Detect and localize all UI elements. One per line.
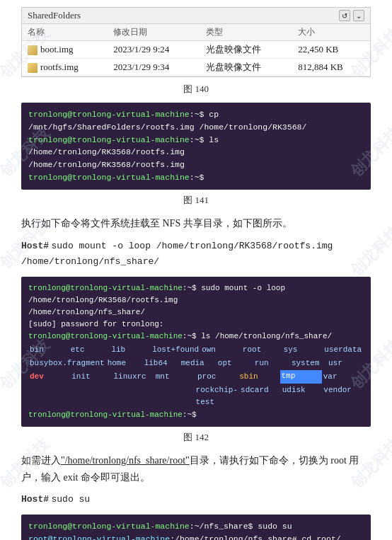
term-142-ls-row3: dev init linuxrc mnt proc sbin tmp var (28, 370, 364, 384)
host-cmd-2-text: sudo su (52, 494, 91, 505)
fm-file-type: 光盘映像文件 (200, 41, 292, 59)
col-size: 大小 (292, 24, 370, 41)
fig-141-label: 图 141 (21, 194, 371, 207)
fm-file-size: 22,450 KB (292, 41, 370, 59)
term-142-ls-row2: busybox.fragment home lib64 media opt ru… (28, 357, 364, 370)
fm-file-name: rootfs.img (22, 59, 108, 76)
col-date: 修改日期 (108, 24, 200, 41)
fm-titlebar: SharedFolders ↺ ⌄ (22, 8, 370, 24)
file-icon (28, 63, 38, 73)
term-142-line2: [sudo] password for tronlong: (28, 318, 364, 331)
host-cmd-1-text: sudo mount -o loop /home/tronlong/RK3568… (21, 241, 333, 268)
term-142-line3: tronlong@tronlong-virtual-machine:~$ ls … (28, 331, 364, 343)
fm-close-btn[interactable]: ⌄ (353, 10, 364, 21)
table-row[interactable]: boot.img2023/1/29 9:24光盘映像文件22,450 KB (22, 41, 370, 59)
fm-file-size: 812,884 KB (292, 59, 370, 76)
para-2: 如需进入"/home/tronlong/nfs_share/root"目录，请执… (21, 452, 371, 486)
col-name: 名称 (22, 24, 108, 41)
para-1: 执行如下命令将文件系统挂载至 NFS 共享目录，如下图所示。 (21, 215, 371, 232)
para-1-text: 执行如下命令将文件系统挂载至 NFS 共享目录，如下图所示。 (21, 218, 292, 229)
para-2-path: "/home/tronlong/nfs_share/root" (61, 455, 190, 466)
fm-refresh-btn[interactable]: ↺ (339, 10, 350, 21)
table-row[interactable]: rootfs.img2023/1/29 9:34光盘映像文件812,884 KB (22, 59, 370, 76)
file-manager-window: SharedFolders ↺ ⌄ 名称 修改日期 类型 大小 boot.img… (21, 7, 371, 77)
tmp-highlighted: tmp (280, 370, 322, 384)
fig-140-label: 图 140 (21, 83, 371, 96)
host-label-1: Host# (21, 241, 49, 251)
col-type: 类型 (200, 24, 292, 41)
fm-controls: ↺ ⌄ (339, 10, 364, 21)
fm-file-name: boot.img (22, 41, 108, 59)
fm-file-type: 光盘映像文件 (200, 59, 292, 76)
para-2-part1: 如需进入 (21, 455, 61, 466)
fm-file-date: 2023/1/29 9:24 (108, 41, 200, 59)
term-142-ls-row1: bin etc lib lost+found own root sys user… (28, 343, 364, 357)
term-142-line1: tronlong@tronlong-virtual-machine:~$ sud… (28, 282, 364, 318)
fm-title: SharedFolders (28, 10, 81, 21)
file-icon (28, 45, 38, 55)
terminal-143: tronlong@tronlong-virtual-machine:~/nfs_… (21, 515, 371, 540)
host-label-2: Host# (21, 494, 49, 505)
term-142-ls-row4: rockchip-test sdcard udisk vendor (28, 384, 364, 409)
term-142-last-line: tronlong@tronlong-virtual-machine:~$ (28, 409, 364, 421)
fig-142-label: 图 142 (21, 431, 371, 444)
host-cmd-1: Host# sudo mount -o loop /home/tronlong/… (21, 238, 371, 270)
terminal-141: tronlong@tronlong-virtual-machine:~$ cp … (21, 103, 371, 190)
fm-file-date: 2023/1/29 9:34 (108, 59, 200, 76)
terminal-142: tronlong@tronlong-virtual-machine:~$ sud… (21, 277, 371, 427)
fm-table: 名称 修改日期 类型 大小 boot.img2023/1/29 9:24光盘映像… (22, 24, 370, 76)
host-cmd-2: Host# sudo su (21, 491, 371, 507)
